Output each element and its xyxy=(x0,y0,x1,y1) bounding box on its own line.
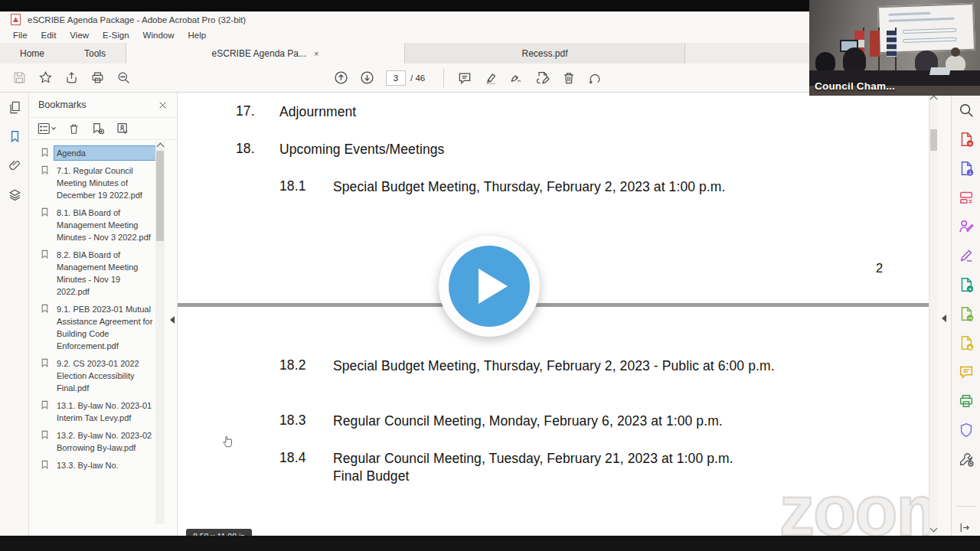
svg-text:↓: ↓ xyxy=(968,170,972,176)
trash-icon[interactable] xyxy=(556,67,582,90)
fill-sign-icon[interactable] xyxy=(955,244,978,267)
video-feed-label: Council Cham... xyxy=(815,80,895,92)
letterbox-bottom xyxy=(0,536,980,551)
bookmark-ribbon-icon xyxy=(40,357,50,395)
request-esign-icon[interactable] xyxy=(955,215,978,238)
hand-cursor-icon xyxy=(222,434,234,448)
protect-icon[interactable] xyxy=(955,419,978,442)
scroll-up-icon[interactable] xyxy=(930,96,938,103)
tools-rail-icons: +↓+→▪ xyxy=(952,93,980,477)
svg-text:▪: ▪ xyxy=(968,344,972,350)
menu-help[interactable]: Help xyxy=(181,29,214,41)
play-icon xyxy=(479,269,508,304)
bookmark-item-label: 7.1. Regular Council Meeting Minutes of … xyxy=(54,164,156,202)
menu-view[interactable]: View xyxy=(63,29,96,41)
bookmark-ribbon-icon xyxy=(40,399,50,425)
agenda-item-number: 18.2 xyxy=(279,357,333,375)
highlighter-icon[interactable] xyxy=(478,67,504,90)
agenda-item-text: Regular Council Meeting, Tuesday, Februa… xyxy=(333,450,785,485)
menu-window[interactable]: Window xyxy=(136,29,181,41)
create-pdf-icon[interactable]: + xyxy=(955,128,978,151)
tab-recess-pdf[interactable]: Recess.pdf xyxy=(405,43,685,64)
document-scroll-thumb[interactable] xyxy=(930,129,937,151)
menu-edit[interactable]: Edit xyxy=(34,29,64,41)
agenda-item-18-3: 18.3 Regular Council Meeting, Monday, Fe… xyxy=(279,412,785,430)
bookmarks-scroll-thumb[interactable] xyxy=(156,151,164,241)
bookmarks-panel-icon[interactable] xyxy=(0,122,29,151)
bookmark-item[interactable]: Agenda xyxy=(40,146,156,160)
previous-page-icon[interactable] xyxy=(328,67,354,90)
bookmarks-close-icon[interactable] xyxy=(158,100,168,110)
scroll-down-icon[interactable] xyxy=(930,525,938,533)
page-number-input[interactable] xyxy=(386,70,406,86)
redact-icon[interactable]: ▪ xyxy=(955,331,978,354)
esign-pen-icon[interactable] xyxy=(504,67,530,90)
bookmark-item[interactable]: 9.2. CS 2023-01 2022 Election Accessibil… xyxy=(40,357,156,395)
right-panel-collapse-icon[interactable] xyxy=(942,315,946,322)
combine-files-icon[interactable]: + xyxy=(955,273,978,296)
bookmarks-scrollbar[interactable] xyxy=(155,142,165,524)
menu-esign[interactable]: E-Sign xyxy=(96,29,136,41)
comment-bubble-icon[interactable] xyxy=(452,67,478,90)
document-scrollbar[interactable] xyxy=(929,93,937,536)
agenda-item-text-line1: Regular Council Meeting, Tuesday, Februa… xyxy=(333,451,733,466)
play-button-circle xyxy=(449,246,530,327)
page-thumbnails-icon[interactable] xyxy=(0,93,29,122)
star-icon[interactable] xyxy=(32,67,58,90)
layers-icon[interactable] xyxy=(0,180,29,209)
edit-pdf-icon[interactable] xyxy=(955,186,978,209)
more-tools-icon[interactable] xyxy=(955,448,978,471)
scan-ocr-icon[interactable] xyxy=(955,390,978,412)
bookmark-item[interactable]: 8.2. BIA Board of Management Meeting Min… xyxy=(40,248,156,298)
bookmark-item[interactable]: 9.1. PEB 2023-01 Mutual Assistance Agree… xyxy=(40,302,156,353)
next-page-icon[interactable] xyxy=(354,67,380,90)
organize-pages-icon[interactable]: → xyxy=(955,302,978,325)
bookmark-item-label: 13.2. By-law No. 2023-02 Borrowing By-la… xyxy=(54,429,156,455)
share-upload-icon[interactable] xyxy=(58,67,84,90)
comment-icon[interactable] xyxy=(955,360,978,383)
export-pdf-icon[interactable]: ↓ xyxy=(955,157,978,180)
flag-blue-striped xyxy=(887,31,897,57)
zoom-tools-icon[interactable] xyxy=(110,67,136,90)
agenda-item-number: 17. xyxy=(236,103,279,121)
left-navigation-rail xyxy=(0,93,29,536)
page-break-divider xyxy=(178,303,929,307)
bookmark-item[interactable]: 8.1. BIA Board of Management Meeting Min… xyxy=(40,206,156,244)
agenda-item-text: Special Budget Meeting, Thursday, Februa… xyxy=(333,357,785,375)
bookmarks-scroll-up-icon[interactable] xyxy=(156,143,164,151)
tab-home[interactable]: Home xyxy=(0,43,64,64)
bookmark-item-label: 9.2. CS 2023-01 2022 Election Accessibil… xyxy=(54,357,156,395)
council-video-feed[interactable]: Council Cham... xyxy=(809,0,980,96)
menu-file[interactable]: File xyxy=(6,29,34,41)
bookmark-item[interactable]: 13.2. By-law No. 2023-02 Borrowing By-la… xyxy=(40,429,156,455)
tab-bar: Home Tools eSCRIBE Agenda Pa... × Recess… xyxy=(0,43,809,64)
print-icon[interactable] xyxy=(84,67,110,90)
pdf-page[interactable]: 17. Adjournment 18. Upcoming Events/Meet… xyxy=(178,93,929,536)
tab-escribe-agenda[interactable]: eSCRIBE Agenda Pa... × xyxy=(126,43,405,64)
undo-redo-icon[interactable] xyxy=(582,67,608,90)
bookmark-item[interactable]: 13.3. By-law No. xyxy=(40,458,156,472)
main-toolbar: / 46 xyxy=(0,64,809,93)
bookmark-add-icon[interactable] xyxy=(91,122,105,135)
bookmark-delete-icon[interactable] xyxy=(67,122,80,135)
agenda-item-number: 18. xyxy=(236,141,279,158)
agenda-item-18: 18. Upcoming Events/Meetings xyxy=(236,141,444,158)
flag-red xyxy=(870,31,880,57)
bookmark-item[interactable]: 7.1. Regular Council Meeting Minutes of … xyxy=(40,164,156,202)
left-panel-collapse-icon[interactable] xyxy=(170,316,175,324)
page-edit-icon[interactable] xyxy=(530,67,556,90)
tab-close-icon[interactable]: × xyxy=(314,49,318,58)
bookmark-expand-icon[interactable] xyxy=(116,122,129,135)
agenda-item-text: Special Budget Meeting, Thursday, Februa… xyxy=(333,178,785,196)
tab-tools[interactable]: Tools xyxy=(64,43,126,64)
search-icon[interactable] xyxy=(955,99,978,122)
bookmark-item[interactable]: 13.1. By-law No. 2023-01 Interim Tax Lev… xyxy=(40,399,156,425)
bookmark-item-label: 8.2. BIA Board of Management Meeting Min… xyxy=(54,248,156,298)
video-play-button[interactable] xyxy=(439,236,540,337)
bookmark-options-icon[interactable] xyxy=(37,122,57,135)
save-icon[interactable] xyxy=(6,67,32,90)
bookmark-item-label: 13.3. By-law No. xyxy=(54,458,156,472)
agenda-item-18-4: 18.4 Regular Council Meeting, Tuesday, F… xyxy=(279,450,785,485)
attachments-icon[interactable] xyxy=(0,151,29,180)
open-tools-panel-icon[interactable] xyxy=(958,521,971,534)
